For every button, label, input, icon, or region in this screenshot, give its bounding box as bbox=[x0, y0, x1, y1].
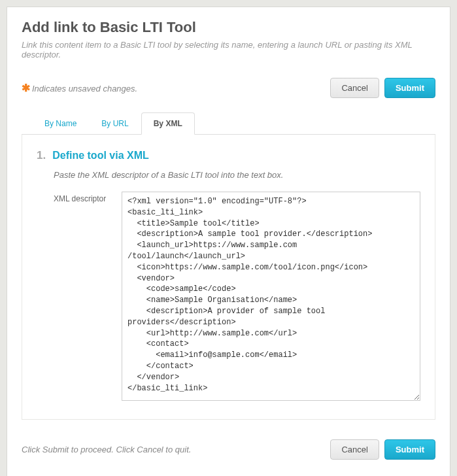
tab-by-name[interactable]: By Name bbox=[32, 112, 89, 135]
step-number: 1. bbox=[37, 149, 46, 162]
asterisk-icon: ✱ bbox=[22, 82, 30, 94]
tab-bar: By Name By URL By XML bbox=[22, 112, 435, 135]
footer: Click Submit to proceed. Click Cancel to… bbox=[22, 439, 435, 460]
footer-text: Click Submit to proceed. Click Cancel to… bbox=[22, 445, 191, 454]
unsaved-notice: ✱Indicates unsaved changes. bbox=[22, 82, 137, 94]
submit-button-bottom[interactable]: Submit bbox=[384, 439, 435, 460]
submit-button[interactable]: Submit bbox=[384, 78, 435, 98]
page-subtitle: Link this content item to a Basic LTI to… bbox=[22, 40, 435, 60]
unsaved-text: Indicates unsaved changes. bbox=[32, 84, 137, 94]
step-header: 1. Define tool via XML bbox=[37, 149, 420, 162]
cancel-button-bottom[interactable]: Cancel bbox=[330, 439, 379, 460]
xml-label: XML descriptor bbox=[54, 192, 111, 401]
xml-descriptor-textarea[interactable] bbox=[122, 192, 420, 401]
cancel-button[interactable]: Cancel bbox=[330, 78, 379, 98]
form-row: XML descriptor bbox=[54, 192, 420, 401]
top-bar: ✱Indicates unsaved changes. Cancel Submi… bbox=[22, 78, 435, 98]
step-title: Define tool via XML bbox=[52, 150, 149, 162]
tab-by-url[interactable]: By URL bbox=[89, 112, 141, 135]
page-title: Add link to Basic LTI Tool bbox=[22, 19, 435, 36]
step-description: Paste the XML descriptor of a Basic LTI … bbox=[54, 170, 420, 180]
content-box: 1. Define tool via XML Paste the XML des… bbox=[22, 135, 435, 420]
top-button-row: Cancel Submit bbox=[330, 78, 435, 98]
dialog-panel: Add link to Basic LTI Tool Link this con… bbox=[7, 7, 450, 476]
bottom-button-row: Cancel Submit bbox=[330, 439, 435, 460]
tab-by-xml[interactable]: By XML bbox=[141, 112, 195, 135]
